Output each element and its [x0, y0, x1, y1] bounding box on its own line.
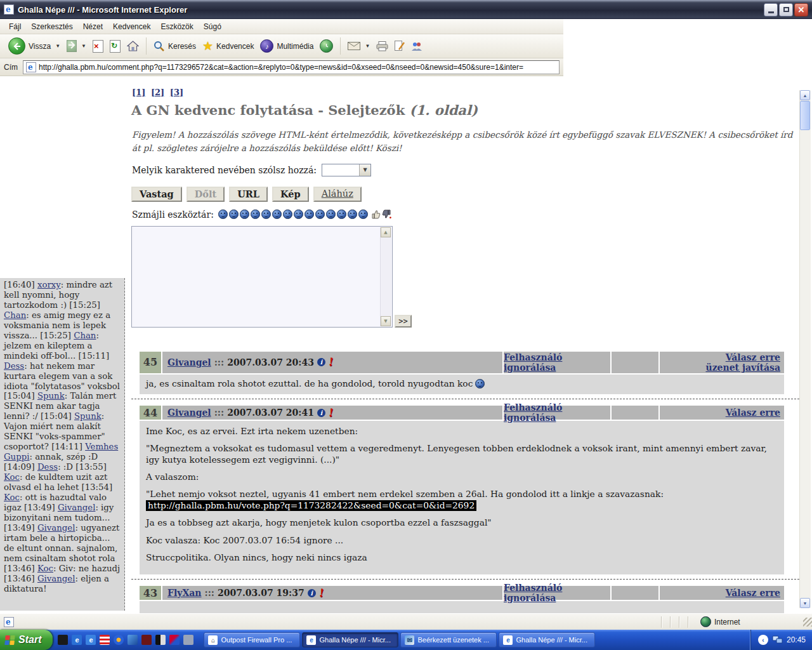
menu-help[interactable]: Súgó: [199, 20, 226, 33]
black-app-icon[interactable]: [58, 635, 68, 645]
smiley-13-icon[interactable]: [348, 209, 357, 219]
resize-grip[interactable]: [803, 618, 812, 627]
smiley-1-icon[interactable]: [218, 209, 228, 219]
smiley-4-icon[interactable]: [251, 209, 260, 219]
media-button[interactable]: ♪ Multimédia: [257, 38, 317, 54]
menu-tools[interactable]: Eszközök: [155, 20, 198, 33]
post-author-link[interactable]: Givangel: [167, 357, 211, 368]
media-player-icon[interactable]: [114, 635, 124, 645]
page-link-2[interactable]: [2]: [151, 88, 164, 97]
mail-dropdown-caret[interactable]: ▼: [365, 43, 370, 49]
thumb-down-icon[interactable]: [382, 209, 391, 219]
format-underline-button[interactable]: Aláhúz: [313, 187, 362, 202]
messenger-icon[interactable]: [128, 635, 138, 645]
format-image-button[interactable]: Kép: [272, 187, 309, 202]
chat-nick-link[interactable]: Givangel: [58, 503, 96, 512]
contact-app-icon[interactable]: [155, 635, 166, 645]
smiley-10-icon[interactable]: [315, 209, 325, 219]
maximize-button[interactable]: [779, 3, 793, 17]
reply-link[interactable]: Válasz erre: [726, 352, 780, 362]
taskbar-button-inbox[interactable]: ✉ Beérkezett üzenetek ...: [400, 632, 497, 647]
selected-vote-url[interactable]: http://ghalla.pbm.hu/vote.php?q=11732824…: [146, 500, 476, 511]
history-button[interactable]: [317, 38, 336, 54]
format-url-button[interactable]: URL: [229, 187, 268, 202]
chat-nick-link[interactable]: Chan: [74, 331, 96, 340]
reply-link[interactable]: Válasz erre: [726, 588, 780, 598]
forward-button[interactable]: ▼: [63, 39, 89, 53]
minimize-button[interactable]: [764, 3, 778, 17]
ie-icon[interactable]: e: [72, 635, 82, 645]
scroll-up-icon[interactable]: ▲: [800, 90, 810, 100]
post-author-link[interactable]: FlyXan: [167, 588, 202, 598]
chat-nick-link[interactable]: xorxy: [37, 280, 61, 289]
ignore-user-link[interactable]: Felhasználó ignorálása: [504, 352, 610, 373]
taskbar-button-ghalla-2[interactable]: e Ghalla Népe /// - Micr...: [499, 632, 595, 647]
search-button[interactable]: Keresés: [150, 39, 199, 53]
smiley-14-icon[interactable]: [358, 209, 368, 219]
refresh-button[interactable]: ↻: [107, 39, 124, 54]
menu-file[interactable]: Fájl: [4, 20, 26, 33]
exclamation-icon[interactable]: !: [328, 408, 334, 417]
forward-dropdown-caret[interactable]: ▼: [81, 43, 86, 49]
show-desktop-icon[interactable]: [183, 635, 193, 645]
ignore-user-link[interactable]: Felhasználó ignorálása: [504, 583, 610, 603]
chat-nick-link[interactable]: Chan: [4, 310, 26, 320]
taskbar-button-outpost[interactable]: ⌂ Outpost Firewall Pro ...: [204, 632, 300, 647]
info-icon[interactable]: i: [317, 409, 325, 417]
chat-nick-link[interactable]: Dess: [4, 361, 24, 371]
chat-nick-link[interactable]: Givangel: [37, 574, 75, 583]
post-author-link[interactable]: Givangel: [167, 408, 211, 418]
edit-button[interactable]: [391, 39, 408, 53]
exclamation-icon[interactable]: !: [328, 358, 334, 367]
messenger-button[interactable]: [408, 40, 426, 53]
chat-nick-link[interactable]: Koc: [4, 472, 20, 482]
smiley-9-icon[interactable]: [304, 209, 314, 219]
info-icon[interactable]: i: [317, 358, 325, 366]
chat-nick-link[interactable]: Spunk: [37, 391, 65, 401]
chat-nick-link[interactable]: Dess: [37, 462, 58, 472]
ie-icon[interactable]: e: [86, 635, 96, 645]
menu-favorites[interactable]: Kedvencek: [108, 20, 155, 33]
close-button[interactable]: ✕: [794, 3, 808, 17]
character-select[interactable]: ▼: [322, 164, 371, 176]
page-scrollbar[interactable]: ▲ ▼: [799, 90, 811, 608]
mail-button[interactable]: ▼: [344, 41, 373, 51]
smiley-2-icon[interactable]: [229, 209, 239, 219]
exclamation-icon[interactable]: !: [318, 588, 324, 597]
red-blue-app-icon[interactable]: [169, 635, 180, 645]
home-button[interactable]: [124, 39, 142, 53]
textarea-scrollbar[interactable]: ▲ ▼: [380, 227, 391, 326]
address-input[interactable]: e http://ghalla.pbm.hu/comment.php?q=117…: [23, 60, 560, 74]
favorites-button[interactable]: ★ Kedvencek: [199, 39, 257, 53]
scroll-up-icon[interactable]: ▲: [381, 227, 391, 237]
back-button[interactable]: Vissza ▼: [5, 36, 63, 56]
reply-link[interactable]: Válasz erre: [726, 408, 780, 418]
menu-edit[interactable]: Szerkesztés: [26, 20, 77, 33]
thumb-up-icon[interactable]: [371, 209, 381, 219]
page-link-3[interactable]: [3]: [170, 88, 183, 97]
scrollbar-thumb[interactable]: [800, 101, 810, 130]
scroll-down-icon[interactable]: ▼: [800, 598, 810, 608]
smiley-3-icon[interactable]: [240, 209, 249, 219]
format-bold-button[interactable]: Vastag: [131, 187, 182, 202]
back-dropdown-caret[interactable]: ▼: [55, 43, 60, 49]
chat-nick-link[interactable]: Spunk: [74, 411, 102, 421]
chat-nick-link[interactable]: Koc: [37, 564, 53, 573]
smiley-12-icon[interactable]: [337, 209, 346, 219]
smiley-7-icon[interactable]: [283, 209, 292, 219]
smiley-8-icon[interactable]: [294, 209, 303, 219]
ignore-user-link[interactable]: Felhasználó ignorálása: [504, 402, 610, 423]
edit-message-link[interactable]: üzenet javítása: [705, 362, 780, 373]
page-link-1[interactable]: [1]: [132, 88, 145, 97]
format-italic-button[interactable]: Dőlt: [187, 187, 225, 202]
print-button[interactable]: [373, 40, 391, 53]
submit-comment-button[interactable]: >>: [395, 315, 412, 328]
info-icon[interactable]: i: [308, 589, 316, 597]
stop-button[interactable]: ×: [89, 39, 107, 54]
smiley-11-icon[interactable]: [326, 209, 336, 219]
network-icon[interactable]: [772, 635, 783, 644]
start-button[interactable]: Start: [0, 630, 53, 650]
taskbar-button-ghalla-active[interactable]: e Ghalla Népe /// - Micr...: [302, 632, 398, 647]
chat-nick-link[interactable]: Givangel: [37, 523, 75, 533]
smiley-6-icon[interactable]: [272, 209, 282, 219]
